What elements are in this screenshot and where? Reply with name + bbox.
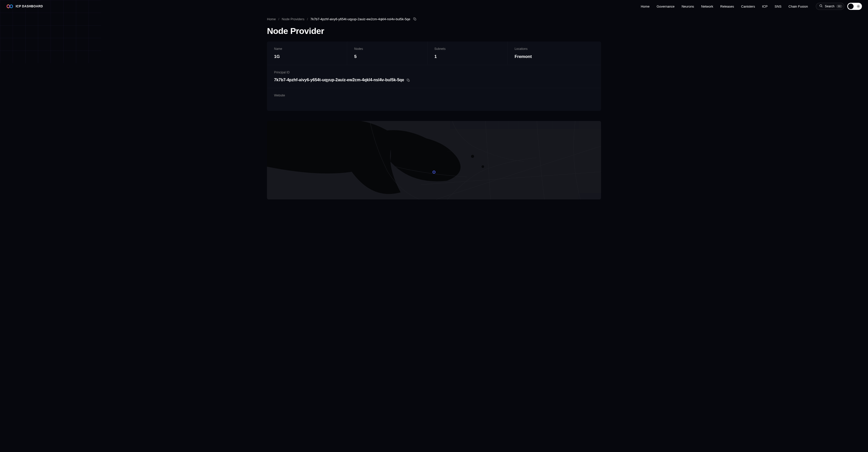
svg-point-14 [471, 155, 474, 158]
theme-knob [848, 4, 854, 9]
subnets-label: Subnets [435, 47, 500, 51]
name-value: 1G [274, 54, 340, 59]
cell-principal: Principal ID 7k7b7-4pzhf-aivy6-y654t-uqy… [267, 65, 601, 88]
svg-rect-11 [414, 19, 416, 20]
search-icon [819, 4, 823, 9]
svg-line-6 [859, 7, 860, 8]
infinity-logo-icon [6, 4, 14, 9]
breadcrumb-node-providers[interactable]: Node Providers [282, 17, 304, 21]
header-right: Search ⌘/ [816, 3, 862, 10]
search-button[interactable]: Search ⌘/ [816, 3, 844, 10]
nav-canisters[interactable]: Canisters [741, 5, 755, 8]
breadcrumb-home[interactable]: Home [267, 17, 276, 21]
svg-point-2 [858, 6, 859, 7]
details-row-2: Principal ID 7k7b7-4pzhf-aivy6-y654t-uqy… [267, 65, 601, 88]
breadcrumb-separator: / [307, 17, 308, 21]
cell-name: Name 1G [267, 41, 347, 65]
subnets-value: 1 [435, 54, 500, 59]
nav-network[interactable]: Network [701, 5, 713, 8]
page-title: Node Provider [267, 26, 601, 36]
cell-locations: Locations Fremont [507, 41, 601, 65]
website-label: Website [274, 94, 594, 97]
location-map[interactable] [267, 121, 601, 200]
nodes-value: 5 [354, 54, 420, 59]
details-row-3: Website [267, 88, 601, 111]
search-label: Search [825, 5, 834, 8]
principal-value: 7k7b7-4pzhf-aivy6-y654t-uqyup-2auiz-ew2c… [274, 78, 404, 82]
nav-governance[interactable]: Governance [657, 5, 675, 8]
nav-icp[interactable]: ICP [762, 5, 768, 8]
nodes-label: Nodes [354, 47, 420, 51]
breadcrumb: Home / Node Providers / 7k7b7-4pzhf-aivy… [267, 17, 601, 21]
svg-line-1 [822, 7, 823, 7]
cell-subnets: Subnets 1 [427, 41, 508, 65]
nav-chain-fusion[interactable]: Chain Fusion [788, 5, 808, 8]
logo-text: ICP DASHBOARD [16, 5, 43, 8]
nav-home[interactable]: Home [641, 5, 650, 8]
svg-point-15 [482, 165, 484, 168]
main-nav: Home Governance Neurons Network Releases… [641, 5, 808, 8]
breadcrumb-current: 7k7b7-4pzhf-aivy6-y654t-uqyup-2auiz-ew2c… [311, 17, 410, 21]
copy-icon[interactable] [407, 79, 410, 82]
svg-line-10 [859, 5, 860, 5]
theme-toggle[interactable] [847, 3, 862, 10]
name-label: Name [274, 47, 340, 51]
sun-icon [856, 4, 860, 8]
main-content: Home / Node Providers / 7k7b7-4pzhf-aivy… [257, 13, 611, 200]
nav-sns[interactable]: SNS [775, 5, 781, 8]
breadcrumb-separator: / [278, 17, 279, 21]
svg-point-0 [820, 5, 822, 7]
search-kbd: ⌘/ [836, 5, 842, 8]
cell-website: Website [267, 88, 601, 111]
map-svg [267, 121, 601, 200]
principal-label: Principal ID [274, 70, 594, 74]
svg-rect-12 [408, 80, 409, 81]
details-card: Name 1G Nodes 5 Subnets 1 Locations Frem… [267, 41, 601, 111]
locations-label: Locations [515, 47, 594, 51]
logo[interactable]: ICP DASHBOARD [6, 4, 43, 9]
map-marker-fremont[interactable] [432, 171, 436, 174]
nav-releases[interactable]: Releases [720, 5, 734, 8]
nav-neurons[interactable]: Neurons [681, 5, 694, 8]
cell-nodes: Nodes 5 [347, 41, 427, 65]
copy-icon[interactable] [413, 18, 416, 21]
locations-value: Fremont [515, 54, 594, 59]
details-row-1: Name 1G Nodes 5 Subnets 1 Locations Frem… [267, 41, 601, 65]
top-header: ICP DASHBOARD Home Governance Neurons Ne… [0, 0, 868, 13]
